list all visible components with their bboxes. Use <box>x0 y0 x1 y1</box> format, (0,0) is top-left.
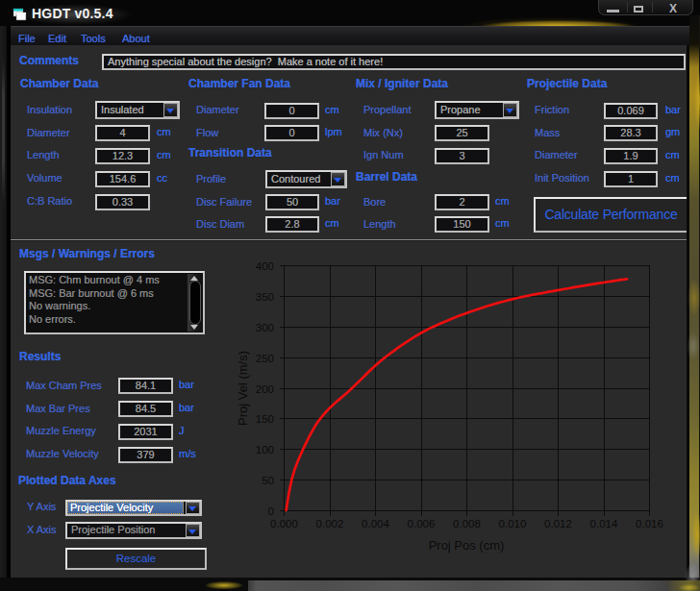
svg-text:0.010: 0.010 <box>499 518 527 529</box>
svg-text:200: 200 <box>256 383 274 395</box>
svg-text:250: 250 <box>256 353 274 364</box>
svg-text:0.016: 0.016 <box>636 518 663 529</box>
svg-text:350: 350 <box>256 291 274 303</box>
svg-text:0.008: 0.008 <box>453 518 481 529</box>
svg-text:300: 300 <box>256 322 274 333</box>
svg-text:150: 150 <box>256 413 274 425</box>
svg-text:0.012: 0.012 <box>544 518 572 529</box>
svg-text:Proj Pos (cm): Proj Pos (cm) <box>429 538 505 553</box>
svg-text:0.002: 0.002 <box>316 518 344 529</box>
svg-text:100: 100 <box>256 444 274 456</box>
svg-text:50: 50 <box>262 475 274 486</box>
svg-text:0.014: 0.014 <box>590 518 618 529</box>
svg-text:0.000: 0.000 <box>270 518 298 529</box>
svg-text:0.004: 0.004 <box>362 518 389 529</box>
svg-text:400: 400 <box>256 260 274 272</box>
svg-text:Proj Vel (m/s): Proj Vel (m/s) <box>236 351 250 426</box>
svg-text:0: 0 <box>268 505 274 517</box>
svg-text:0.006: 0.006 <box>408 518 436 529</box>
